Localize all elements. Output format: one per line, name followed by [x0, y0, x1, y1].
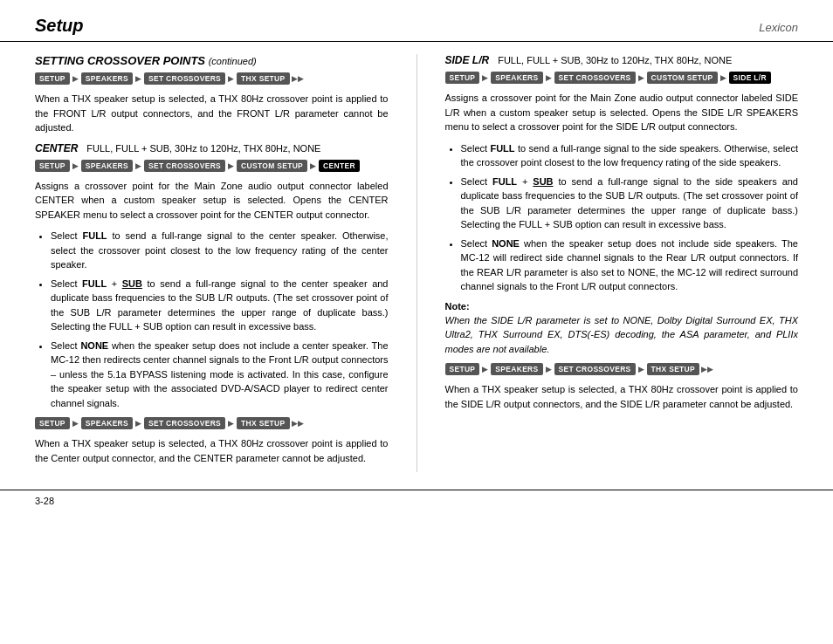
side-sub-bold: SUB	[533, 176, 553, 187]
nav-arrow-rt2: ▶	[545, 365, 553, 373]
nav-btn-setup-r1[interactable]: SETUP	[445, 72, 480, 84]
brand-label: Lexicon	[759, 21, 798, 34]
nav-extra-dots: ▶▶	[292, 74, 304, 83]
intro-text: When a THX speaker setup is selected, a …	[35, 92, 389, 135]
nav-btn-thx-setup-r[interactable]: THX SETUP	[647, 363, 699, 375]
nav-arrow-c1: ▶	[72, 161, 79, 170]
side-lr-bullets: Select FULL to send a full-range signal …	[445, 141, 799, 294]
nav-btn-set-crossovers-3[interactable]: SET CROSSOVERS	[144, 417, 225, 429]
note-text: When the SIDE L/R parameter is set to NO…	[445, 313, 799, 357]
nav-arrow-r4: ▶	[719, 73, 727, 82]
page-number: 3-28	[35, 496, 54, 506]
side-none-bold: NONE	[492, 238, 520, 249]
nav-arrow-3: ▶	[227, 74, 235, 83]
nav-btn-custom-setup[interactable]: CUSTOM SETUP	[237, 160, 307, 172]
nav-btn-setup[interactable]: SETUP	[35, 72, 70, 85]
page-title: Setup	[35, 16, 84, 36]
nav-btn-speakers-r2[interactable]: SPEAKERS	[491, 363, 542, 375]
center-body: Assigns a crossover point for the Main Z…	[35, 179, 389, 223]
nav-btn-custom-setup-r[interactable]: CUSTOM SETUP	[647, 72, 718, 84]
nav-btn-setup-r2[interactable]: SETUP	[445, 363, 480, 375]
center-bullet-1: Select FULL to send a full-range signal …	[51, 229, 389, 272]
side-full-sub-bold: FULL	[492, 176, 517, 187]
center-sub-bold: SUB	[122, 278, 142, 289]
nav-btn-speakers-2[interactable]: SPEAKERS	[81, 160, 133, 172]
side-full-bold: FULL	[490, 143, 514, 154]
right-column: SIDE L/R FULL, FULL + SUB, 30Hz to 120Hz…	[445, 54, 799, 472]
column-divider	[416, 54, 417, 472]
page: Setup Lexicon SETTING CROSSOVER POINTS (…	[0, 0, 833, 644]
nav-arrow-c3: ▶	[227, 161, 235, 170]
center-full-sub-bold: FULL	[82, 278, 107, 289]
nav-arrow-rt3: ▶	[637, 365, 645, 373]
side-lr-desc: FULL, FULL + SUB, 30Hz to 120Hz, THX 80H…	[498, 55, 732, 65]
nav-arrow-t1: ▶	[72, 419, 79, 428]
nav-arrow-r3: ▶	[637, 73, 645, 82]
section-title: SETTING CROSSOVER POINTS (continued)	[35, 54, 389, 67]
nav-arrow-c2: ▶	[134, 161, 142, 170]
nav-bar-thx-1: SETUP ▶ SPEAKERS ▶ SET CROSSOVERS ▶ THX …	[35, 72, 389, 85]
nav-btn-side-lr[interactable]: SIDE L/R	[729, 72, 771, 84]
nav-arrow-1: ▶	[72, 74, 79, 83]
nav-btn-speakers-3[interactable]: SPEAKERS	[81, 417, 133, 429]
nav-btn-setup-3[interactable]: SETUP	[35, 417, 70, 429]
nav-arrow-rt1: ▶	[481, 365, 489, 373]
nav-btn-speakers[interactable]: SPEAKERS	[81, 72, 133, 85]
nav-bar-side-lr: SETUP ▶ SPEAKERS ▶ SET CROSSOVERS ▶ CUST…	[445, 72, 799, 84]
center-subsection-header: CENTER FULL, FULL + SUB, 30Hz to 120Hz, …	[35, 142, 389, 154]
nav-btn-set-crossovers-2[interactable]: SET CROSSOVERS	[144, 160, 225, 172]
note-label: Note:	[445, 301, 799, 312]
side-lr-footer-text: When a THX speaker setup is selected, a …	[445, 382, 799, 411]
side-lr-bullet-3: Select NONE when the speaker setup does …	[461, 236, 799, 294]
nav-arrow-r2: ▶	[545, 73, 553, 82]
nav-arrow-2: ▶	[134, 74, 142, 83]
center-footer-text: When a THX speaker setup is selected, a …	[35, 436, 389, 465]
nav-arrow-t3: ▶	[227, 419, 235, 428]
nav-arrow-t2: ▶	[134, 419, 142, 428]
side-lr-title: SIDE L/R	[445, 54, 490, 66]
nav-btn-thx-setup[interactable]: THX SETUP	[237, 72, 289, 85]
page-footer: 3-28	[0, 490, 833, 511]
side-lr-bullet-2: Select FULL + SUB to send a full-range s…	[461, 175, 799, 232]
side-lr-body: Assigns a crossover point for the Main Z…	[445, 91, 799, 134]
nav-btn-setup-2[interactable]: SETUP	[35, 160, 70, 172]
page-header: Setup Lexicon	[0, 0, 833, 42]
center-bullet-3: Select NONE when the speaker setup does …	[51, 339, 389, 411]
center-none-bold: NONE	[80, 340, 108, 351]
nav-arrow-r1: ▶	[481, 73, 489, 82]
side-lr-header: SIDE L/R FULL, FULL + SUB, 30Hz to 120Hz…	[445, 54, 799, 66]
nav-btn-speakers-r1[interactable]: SPEAKERS	[491, 72, 542, 84]
nav-btn-set-crossovers[interactable]: SET CROSSOVERS	[144, 72, 225, 85]
nav-extra-dots-r: ▶▶	[701, 365, 713, 373]
nav-btn-set-crossovers-r2[interactable]: SET CROSSOVERS	[554, 363, 636, 375]
center-bullet-2: Select FULL + SUB to send a full-range s…	[51, 277, 389, 334]
nav-bar-thx-2: SETUP ▶ SPEAKERS ▶ SET CROSSOVERS ▶ THX …	[35, 417, 389, 429]
side-lr-bullet-1: Select FULL to send a full-range signal …	[461, 141, 799, 170]
nav-btn-center[interactable]: CENTER	[319, 160, 360, 172]
left-column: SETTING CROSSOVER POINTS (continued) SET…	[35, 54, 389, 472]
nav-arrow-c4: ▶	[309, 161, 317, 170]
center-desc: FULL, FULL + SUB, 30Hz to 120Hz, THX 80H…	[86, 143, 320, 154]
center-full-bold: FULL	[82, 230, 107, 241]
center-title: CENTER	[35, 142, 78, 154]
nav-btn-set-crossovers-r1[interactable]: SET CROSSOVERS	[554, 72, 636, 84]
center-bullets: Select FULL to send a full-range signal …	[35, 229, 389, 410]
page-content: SETTING CROSSOVER POINTS (continued) SET…	[0, 42, 833, 481]
nav-btn-thx-setup-2[interactable]: THX SETUP	[237, 417, 289, 429]
nav-extra-dots-2: ▶▶	[292, 419, 304, 428]
nav-bar-center: SETUP ▶ SPEAKERS ▶ SET CROSSOVERS ▶ CUST…	[35, 160, 389, 172]
nav-bar-thx-r: SETUP ▶ SPEAKERS ▶ SET CROSSOVERS ▶ THX …	[445, 363, 799, 375]
